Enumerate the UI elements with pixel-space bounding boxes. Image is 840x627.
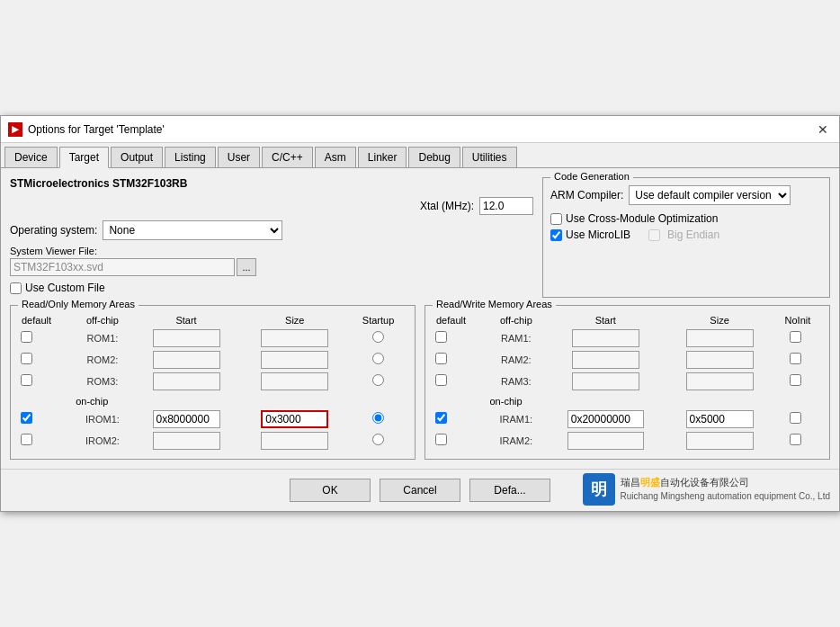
logo-text: 明 — [591, 479, 607, 500]
ram1-noinit-checkbox[interactable] — [790, 331, 801, 343]
custom-file-checkbox[interactable] — [10, 282, 22, 294]
irom1-default-checkbox[interactable] — [21, 412, 32, 424]
iram1-noinit-checkbox[interactable] — [790, 412, 801, 424]
xtal-input[interactable] — [479, 197, 533, 215]
tab-asm[interactable]: Asm — [315, 147, 356, 167]
ram3-noinit-checkbox[interactable] — [790, 374, 801, 386]
rom2-size-input[interactable] — [261, 351, 328, 369]
rw-col-size: Size — [666, 313, 773, 327]
rom2-default-checkbox[interactable] — [21, 353, 32, 364]
code-generation-panel: Code Generation ARM Compiler: Use defaul… — [542, 177, 830, 298]
table-row: on-chip — [433, 392, 822, 408]
irom2-default-checkbox[interactable] — [21, 434, 32, 445]
cross-module-row: Use Cross-Module Optimization — [550, 212, 822, 225]
cross-module-label[interactable]: Use Cross-Module Optimization — [566, 212, 718, 225]
iram1-default-checkbox[interactable] — [435, 412, 447, 424]
rom3-start-input[interactable] — [153, 372, 220, 390]
irom1-start-input[interactable] — [153, 410, 220, 428]
ram1-start-input[interactable] — [572, 329, 639, 347]
os-select[interactable]: None — [103, 220, 282, 240]
device-name: STMicroelectronics STM32F103RB — [10, 177, 533, 190]
ram2-start-input[interactable] — [572, 351, 639, 369]
microlib-checkbox[interactable] — [550, 229, 562, 241]
irom1-startup-radio[interactable] — [372, 412, 384, 424]
rom1-size-input[interactable] — [261, 329, 328, 347]
microlib-label[interactable]: Use MicroLIB — [566, 228, 630, 241]
cross-module-checkbox[interactable] — [550, 213, 562, 225]
ram3-label: RAM3: — [487, 371, 546, 392]
tab-debug[interactable]: Debug — [408, 147, 460, 167]
compiler-select[interactable]: Use default compiler version 5 — [629, 185, 791, 205]
xtal-label: Xtal (MHz): — [420, 200, 474, 212]
ram3-size-input[interactable] — [686, 372, 754, 390]
table-row: RAM1: — [433, 327, 822, 349]
rom3-default-checkbox[interactable] — [21, 374, 32, 386]
svd-input[interactable] — [10, 258, 235, 276]
rom2-start-input[interactable] — [153, 351, 220, 369]
ro-onchip-label: on-chip — [73, 392, 407, 408]
iram1-start-input[interactable] — [567, 410, 644, 428]
table-row: RAM3: — [433, 371, 822, 392]
rom1-default-checkbox[interactable] — [21, 331, 32, 343]
xtal-row: Xtal (MHz): — [10, 197, 533, 215]
title-bar: ▶ Options for Target 'Template' ✕ — [1, 116, 839, 143]
rom2-startup-radio[interactable] — [372, 353, 384, 364]
ram3-start-input[interactable] — [572, 372, 639, 390]
custom-file-label[interactable]: Use Custom File — [25, 282, 105, 294]
close-button[interactable]: ✕ — [814, 121, 832, 139]
irom1-label: IROM1: — [73, 408, 131, 430]
tab-output[interactable]: Output — [111, 147, 163, 167]
rom2-label: ROM2: — [73, 349, 131, 371]
bottom-bar: OK Cancel Defa... 明 瑞昌明盛自动化设备有限公司 Ruicha… — [1, 469, 839, 511]
tab-target[interactable]: Target — [59, 147, 109, 168]
read-only-label: Read/Only Memory Areas — [18, 299, 139, 309]
tab-linker[interactable]: Linker — [358, 147, 407, 167]
iram1-size-input[interactable] — [686, 410, 754, 428]
irom2-size-input[interactable] — [261, 432, 328, 450]
cancel-button[interactable]: Cancel — [380, 479, 460, 502]
rom3-size-input[interactable] — [261, 372, 328, 390]
watermark-logo: 明 — [583, 473, 615, 506]
tab-listing[interactable]: Listing — [165, 147, 216, 167]
watermark-text-block: 瑞昌明盛自动化设备有限公司 Ruichang Mingsheng automat… — [621, 476, 830, 502]
default-button[interactable]: Defa... — [469, 479, 550, 502]
rom1-start-input[interactable] — [153, 329, 220, 347]
rw-col-offchip: off-chip — [487, 313, 546, 327]
read-write-memory-group: Read/Write Memory Areas default off-chip… — [424, 305, 830, 460]
tab-device[interactable]: Device — [4, 147, 58, 167]
rom3-label: ROM3: — [73, 371, 131, 392]
watermark: 明 瑞昌明盛自动化设备有限公司 Ruichang Mingsheng autom… — [583, 473, 830, 506]
tab-cpp[interactable]: C/C++ — [262, 147, 313, 167]
ram1-default-checkbox[interactable] — [435, 331, 447, 343]
big-endian-checkbox[interactable] — [648, 229, 660, 241]
ok-button[interactable]: OK — [290, 479, 371, 502]
company-name-cn: 瑞昌明盛自动化设备有限公司 — [621, 476, 830, 489]
ro-col-startup: Startup — [349, 313, 407, 327]
irom2-startup-radio[interactable] — [372, 434, 384, 445]
ram2-size-input[interactable] — [686, 351, 754, 369]
ram2-noinit-checkbox[interactable] — [790, 353, 801, 364]
irom1-size-input[interactable] — [261, 410, 328, 428]
table-row: ROM2: — [18, 349, 407, 371]
irom2-start-input[interactable] — [153, 432, 220, 450]
tab-user[interactable]: User — [218, 147, 260, 167]
memory-section: Read/Only Memory Areas default off-chip … — [10, 305, 830, 460]
ram2-default-checkbox[interactable] — [435, 353, 447, 364]
big-endian-label: Big Endian — [667, 228, 719, 241]
ro-col-size: Size — [240, 313, 349, 327]
table-row: IRAM2: — [433, 430, 822, 452]
iram2-default-checkbox[interactable] — [435, 434, 447, 445]
ram1-size-input[interactable] — [686, 329, 754, 347]
rom3-startup-radio[interactable] — [372, 374, 384, 386]
rom1-startup-radio[interactable] — [372, 331, 384, 343]
iram2-size-input[interactable] — [686, 432, 754, 450]
tab-bar: Device Target Output Listing User C/C++ … — [1, 143, 839, 168]
tab-utilities[interactable]: Utilities — [462, 147, 517, 167]
iram2-start-input[interactable] — [567, 432, 644, 450]
iram2-label: IRAM2: — [487, 430, 546, 452]
code-gen-label: Code Generation — [550, 171, 633, 182]
ram3-default-checkbox[interactable] — [435, 374, 447, 386]
table-row: IROM2: — [18, 430, 407, 452]
browse-button[interactable]: ... — [237, 258, 256, 276]
iram2-noinit-checkbox[interactable] — [790, 434, 801, 445]
